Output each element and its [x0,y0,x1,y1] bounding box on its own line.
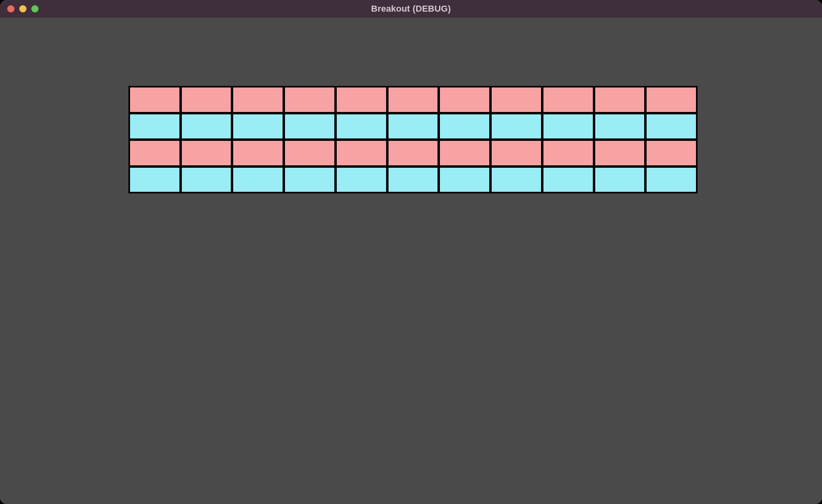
zoom-icon[interactable] [31,5,39,12]
brick [440,87,489,112]
brick [389,168,438,192]
brick [233,114,283,139]
brick [543,168,593,192]
brick [337,141,386,165]
brick [182,114,231,139]
brick-grid [128,86,698,193]
titlebar[interactable]: Breakout (DEBUG) [0,0,822,18]
brick [440,141,489,165]
brick [182,168,231,192]
brick [182,141,231,165]
brick [285,114,334,139]
brick [492,141,541,165]
brick [233,168,283,192]
brick [647,87,696,112]
brick [389,87,438,112]
window-controls [7,0,39,18]
brick [543,87,593,112]
brick [492,87,541,112]
brick [337,168,386,192]
game-canvas[interactable] [0,18,822,504]
brick [182,87,231,112]
minimize-icon[interactable] [19,5,26,12]
brick [233,141,283,165]
window-title: Breakout (DEBUG) [0,0,822,18]
brick [285,87,334,112]
brick [492,168,541,192]
brick [595,114,645,139]
brick [130,141,179,165]
brick [595,168,645,192]
brick [285,168,334,192]
brick [337,114,386,139]
brick [285,141,334,165]
brick [543,141,593,165]
brick [130,168,179,192]
brick [647,168,696,192]
brick [389,141,438,165]
brick [440,114,489,139]
brick [595,141,645,165]
brick [647,141,696,165]
brick [130,87,179,112]
brick [543,114,593,139]
brick [647,114,696,139]
close-icon[interactable] [7,5,14,12]
brick [492,114,541,139]
brick [389,114,438,139]
brick [337,87,386,112]
brick [130,114,179,139]
brick [440,168,489,192]
brick [233,87,283,112]
brick [595,87,645,112]
app-window: Breakout (DEBUG) [0,0,822,504]
